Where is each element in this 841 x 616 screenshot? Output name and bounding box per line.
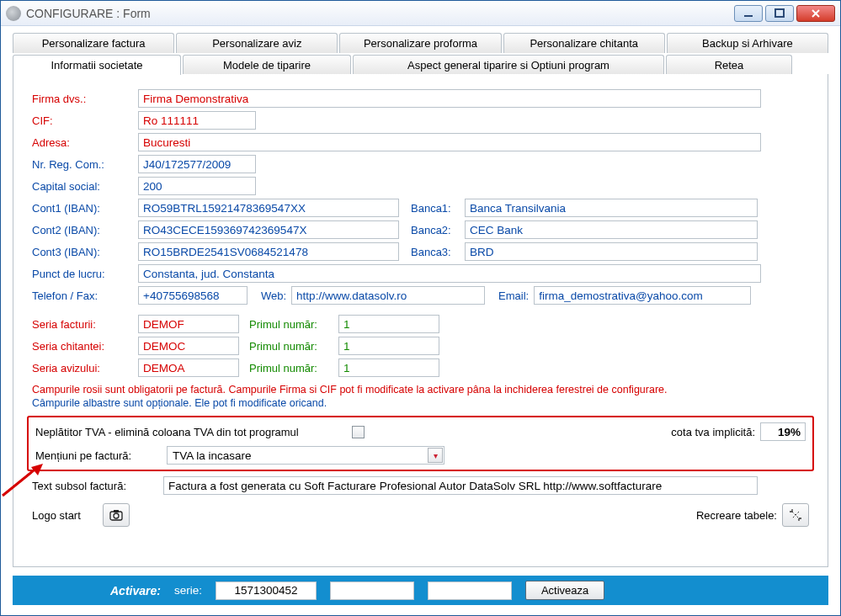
label-cont1: Cont1 (IBAN):	[32, 202, 133, 215]
neplatitor-checkbox[interactable]	[352, 426, 365, 438]
seria-chitantei-field[interactable]	[138, 337, 239, 355]
act-field-3[interactable]	[428, 581, 512, 600]
primul-f-field[interactable]	[338, 315, 439, 333]
email-field[interactable]	[534, 286, 751, 305]
tab-modele-tiparire[interactable]: Modele de tiparire	[183, 55, 351, 75]
label-capital: Capital social:	[32, 180, 133, 193]
label-mentiuni: Mențiuni pe factură:	[35, 449, 162, 462]
close-button[interactable]	[796, 5, 835, 22]
label-web: Web:	[261, 289, 286, 302]
act-serie-field[interactable]	[216, 581, 317, 600]
refresh-tables-icon	[789, 508, 802, 522]
banca3-field[interactable]	[465, 242, 758, 261]
label-primul-f: Primul număr:	[249, 318, 333, 331]
subsol-field[interactable]	[163, 476, 758, 495]
label-seria-avizului: Seria avizului:	[32, 362, 133, 374]
label-cont2: Cont2 (IBAN):	[32, 224, 133, 236]
svg-rect-0	[744, 15, 753, 17]
label-nrreg: Nr. Reg. Com.:	[32, 158, 133, 171]
label-cif: CIF:	[32, 114, 133, 127]
titlebar: CONFIGURARE : Form	[1, 1, 840, 26]
label-primul-a: Primul număr:	[249, 362, 333, 374]
seria-avizului-field[interactable]	[138, 358, 239, 377]
label-seria-chitantei: Seria chitantei:	[32, 340, 133, 353]
label-recreare: Recreare tabele:	[696, 509, 777, 522]
mentiuni-value: TVA la incasare	[168, 449, 427, 462]
tab-personalizare-aviz[interactable]: Personalizare aviz	[176, 33, 338, 53]
label-firma: Firma dvs.:	[32, 93, 133, 105]
punct-field[interactable]	[138, 264, 761, 283]
banca2-field[interactable]	[465, 220, 758, 239]
minimize-button[interactable]	[734, 5, 763, 22]
window-title: CONFIGURARE : Form	[26, 7, 734, 20]
label-banca1: Banca1:	[411, 202, 460, 215]
label-serie: serie:	[174, 584, 202, 597]
telfax-field[interactable]	[138, 286, 248, 305]
maximize-button[interactable]	[765, 5, 794, 22]
svg-point-7	[114, 513, 119, 518]
cif-field[interactable]	[138, 111, 256, 130]
label-telfax: Telefon / Fax:	[32, 289, 133, 302]
hint-optional: Câmpurile albastre sunt opționale. Ele p…	[32, 397, 809, 409]
cota-field[interactable]	[760, 422, 806, 441]
chevron-down-icon: ▾	[428, 448, 443, 463]
tab-personalizare-proforma[interactable]: Personalizare proforma	[339, 33, 501, 53]
seria-facturii-field[interactable]	[138, 315, 239, 333]
tab-content: Firma dvs.: CIF: Adresa: Nr. Reg. Com.: …	[13, 74, 828, 567]
mentiuni-select[interactable]: TVA la incasare ▾	[167, 446, 444, 465]
primul-c-field[interactable]	[338, 337, 439, 355]
label-activare: Activare:	[110, 584, 161, 597]
tab-personalizare-factura[interactable]: Personalizare factura	[13, 33, 174, 53]
label-primul-c: Primul număr:	[249, 340, 333, 353]
label-banca3: Banca3:	[411, 246, 460, 258]
camera-icon	[109, 509, 123, 521]
svg-rect-8	[114, 510, 119, 512]
tab-retea[interactable]: Retea	[666, 55, 792, 75]
activate-bar: Activare: serie: Activeaza	[13, 576, 828, 605]
cont1-field[interactable]	[138, 199, 399, 217]
act-field-2[interactable]	[330, 581, 414, 600]
tab-personalizare-chitanta[interactable]: Personalizare chitanta	[503, 33, 665, 53]
activeaza-button[interactable]: Activeaza	[525, 581, 604, 600]
label-subsol: Text subsol factură:	[32, 480, 158, 492]
label-logo: Logo start	[32, 509, 98, 522]
cont2-field[interactable]	[138, 220, 399, 239]
svg-rect-1	[775, 9, 784, 17]
cont3-field[interactable]	[138, 242, 399, 261]
app-icon	[6, 6, 21, 21]
hint-required: Campurile rosii sunt obligatorii pe fact…	[32, 384, 809, 396]
label-cota: cota tva implicită:	[671, 426, 755, 438]
recreare-button[interactable]	[782, 503, 809, 527]
tab-aspect-optiuni[interactable]: Aspect general tiparire si Optiuni progr…	[353, 55, 664, 75]
nrreg-field[interactable]	[138, 155, 256, 173]
label-cont3: Cont3 (IBAN):	[32, 246, 133, 258]
label-punct: Punct de lucru:	[32, 268, 133, 280]
highlight-box: Neplătitor TVA - elimină coloana TVA din…	[27, 416, 814, 471]
banca1-field[interactable]	[465, 199, 758, 217]
label-adresa: Adresa:	[32, 136, 133, 149]
label-banca2: Banca2:	[411, 224, 460, 236]
label-neplatitor: Neplătitor TVA - elimină coloana TVA din…	[35, 426, 347, 438]
tab-informatii-societate[interactable]: Informatii societate	[13, 55, 181, 75]
tabs-top: Personalizare factura Personalizare aviz…	[13, 33, 828, 53]
logo-button[interactable]	[103, 503, 130, 527]
tabs-bottom: Informatii societate Modele de tiparire …	[13, 55, 828, 75]
capital-field[interactable]	[138, 177, 256, 195]
primul-a-field[interactable]	[338, 358, 439, 377]
firma-field[interactable]	[138, 89, 761, 108]
label-seria-facturii: Seria facturii:	[32, 318, 133, 331]
label-email: Email:	[498, 289, 529, 302]
web-field[interactable]	[291, 286, 485, 305]
tab-backup-arhivare[interactable]: Backup si Arhivare	[667, 33, 828, 53]
adresa-field[interactable]	[138, 133, 761, 151]
